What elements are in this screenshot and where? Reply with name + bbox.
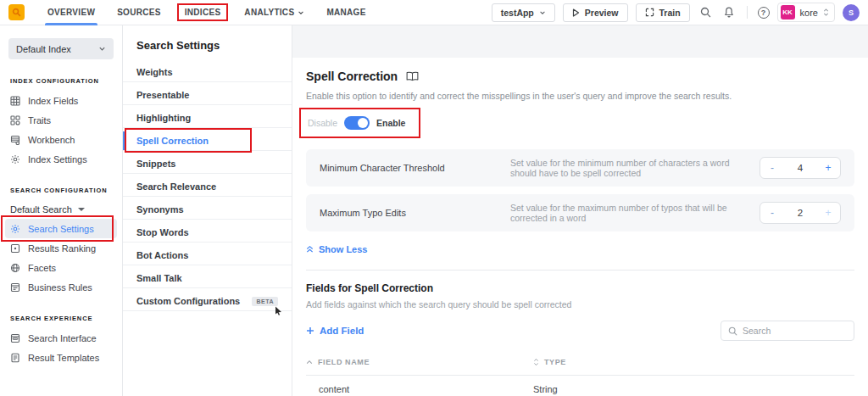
top-bar: OVERVIEW SOURCES INDICES ANALYTICS MANAG… [0,0,868,25]
nav-manage-label: MANAGE [326,8,365,17]
plus-icon [306,326,314,335]
sidebar-item-index-fields[interactable]: Index Fields [0,91,122,110]
main-area: Spell Correction Enable this option to i… [292,25,868,396]
nav-analytics[interactable]: ANALYTICS [233,0,315,25]
app-selector-dropdown[interactable]: testApp [492,3,555,22]
sidebar-item-search-settings[interactable]: Search Settings [5,219,117,238]
sidebar-item-label: Index Fields [28,96,78,106]
browser-window-icon [10,333,20,343]
account-switcher[interactable]: KK kore [777,3,835,22]
add-field-button[interactable]: Add Field [306,326,364,336]
page-title: Spell Correction [306,70,398,83]
magnifier-logo-icon [12,8,21,17]
primary-nav: OVERVIEW SOURCES INDICES ANALYTICS MANAG… [36,0,377,25]
min-character-threshold-stepper: - 4 + [760,157,841,179]
beta-badge: BETA [252,297,278,306]
stepper-value[interactable]: 2 [784,208,816,218]
settings-item-bot-actions[interactable]: Bot Actions [123,246,292,265]
sidebar-item-search-interface[interactable]: Search Interface [0,328,122,348]
nav-manage[interactable]: MANAGE [315,0,376,25]
fields-section-title: Fields for Spell Correction [306,282,854,294]
mouse-cursor-icon [275,306,282,315]
field-name-cell: content [306,384,533,394]
nav-overview[interactable]: OVERVIEW [36,0,106,25]
sidebar-item-label: Index Settings [28,154,87,165]
account-name: kore [800,8,818,18]
toggle-knob [358,118,368,128]
index-sidebar: Default Index INDEX CONFIGURATION Index … [0,25,123,396]
settings-item-spell-correction[interactable]: Spell Correction [123,131,292,151]
fields-section-subtitle: Add fields against which the search quer… [306,299,854,310]
window-list-icon [10,282,20,293]
page-description: Enable this option to identify and corre… [306,91,854,101]
gear-icon [10,224,20,234]
settings-item-presentable[interactable]: Presentable [123,86,292,105]
setting-label: Minimum Character Threshold [320,163,510,173]
increment-button[interactable]: + [816,207,840,219]
increment-button[interactable]: + [816,162,840,174]
database-icon [10,135,20,145]
sidebar-item-label: Search Interface [28,333,97,343]
column-header-label: TYPE [544,358,566,366]
sidebar-item-label: Business Rules [28,282,92,293]
show-less-link[interactable]: Show Less [306,244,367,254]
settings-item-stop-words[interactable]: Stop Words [123,223,292,243]
sidebar-item-label: Facets [28,263,56,273]
notifications-bell-icon[interactable] [721,4,737,20]
fields-search-box [721,321,854,341]
settings-item-snippets[interactable]: Snippets [123,154,292,174]
settings-item-weights[interactable]: Weights [123,63,292,82]
app-logo[interactable] [8,4,25,20]
help-icon[interactable]: ? [758,7,770,19]
gear-icon [10,154,20,165]
sidebar-item-business-rules[interactable]: Business Rules [0,277,122,297]
user-avatar[interactable]: S [843,4,860,21]
chevron-down-icon [298,9,304,16]
setting-label: Maximum Typo Edits [320,208,510,218]
sidebar-item-facets[interactable]: Facets [0,258,122,277]
settings-item-label: Custom Configurations [136,296,240,306]
train-button[interactable]: Train [636,3,690,22]
settings-item-search-relevance[interactable]: Search Relevance [123,177,292,197]
chevron-down-icon [539,9,546,16]
account-badge: KK [781,5,795,20]
nav-indices[interactable]: INDICES [177,3,229,21]
annotation-box-toggle: Disable Enable [299,108,420,138]
table-row[interactable]: content String [306,376,854,396]
decrement-button[interactable]: - [760,162,784,174]
column-header-label: FIELD NAME [318,358,370,366]
stepper-value[interactable]: 4 [784,163,816,173]
fields-search-input[interactable] [743,326,847,336]
beta-badge-label: BETA [256,298,274,304]
settings-item-label: Snippets [136,159,175,169]
section-title-search-configuration: SEARCH CONFIGURATION [10,187,112,194]
settings-item-highlighting[interactable]: Highlighting [123,109,292,128]
search-config-selector[interactable]: Default Search [0,200,122,219]
settings-item-label: Stop Words [136,227,189,237]
sidebar-item-index-settings[interactable]: Index Settings [0,149,122,169]
settings-item-synonyms[interactable]: Synonyms [123,200,292,220]
section-title-index-configuration: INDEX CONFIGURATION [10,77,112,85]
index-selector-dropdown[interactable]: Default Index [8,38,114,59]
sidebar-item-results-ranking[interactable]: Results Ranking [0,238,122,258]
preview-button[interactable]: Preview [563,3,628,22]
sort-arrows-icon [533,358,539,366]
sidebar-item-result-templates[interactable]: Result Templates [0,348,122,367]
nav-indices-label: INDICES [185,8,221,17]
documentation-book-icon[interactable] [406,71,419,81]
sidebar-item-traits[interactable]: Traits [0,110,122,130]
column-header-field-name[interactable]: FIELD NAME [306,358,533,366]
app-selector-label: testApp [501,8,534,18]
settings-item-custom-configurations[interactable]: Custom Configurations BETA [123,292,292,311]
setting-row-min-character-threshold: Minimum Character Threshold Set value fo… [306,149,854,187]
column-header-type[interactable]: TYPE [533,358,854,366]
sidebar-item-workbench[interactable]: Workbench [0,130,122,149]
sidebar-item-label: Result Templates [28,353,99,363]
search-icon[interactable] [698,4,714,20]
fields-table: FIELD NAME TYPE content String faq_answe… [306,354,854,396]
nav-sources[interactable]: SOURCES [106,0,172,25]
settings-item-small-talk[interactable]: Small Talk [123,269,292,288]
decrement-button[interactable]: - [760,207,784,219]
spell-correction-toggle[interactable] [344,116,370,130]
index-selector-label: Default Index [16,44,71,54]
